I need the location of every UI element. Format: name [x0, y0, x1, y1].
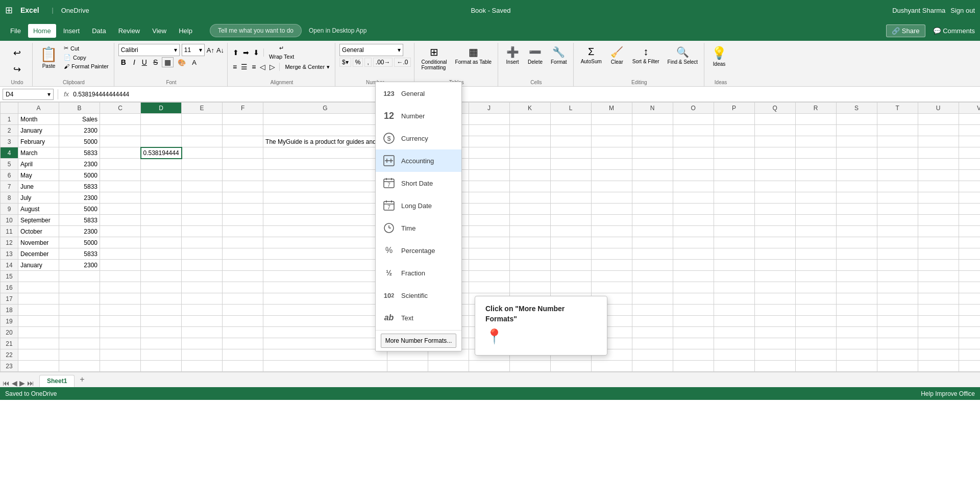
cell-q22[interactable] [754, 349, 795, 361]
row-header-3[interactable]: 3 [1, 136, 18, 147]
cell-n1[interactable] [632, 114, 673, 125]
cell-d17[interactable] [141, 293, 182, 305]
cell-g16[interactable] [263, 282, 387, 293]
cell-e22[interactable] [182, 349, 223, 361]
cell-j11[interactable] [469, 226, 509, 237]
cell-u22[interactable] [918, 349, 959, 361]
cell-b6[interactable]: 5000 [59, 170, 100, 181]
cell-g6[interactable] [263, 170, 387, 181]
cell-v12[interactable] [959, 237, 980, 248]
cell-t4[interactable] [877, 147, 918, 159]
cell-n3[interactable] [632, 136, 673, 147]
more-formats-button[interactable]: More Number Formats... [381, 334, 456, 348]
autosum-button[interactable]: Σ AutoSum [578, 44, 605, 66]
cell-q16[interactable] [754, 282, 795, 293]
col-header-p[interactable]: P [714, 103, 754, 114]
menu-view[interactable]: View [147, 24, 172, 38]
cell-n14[interactable] [632, 260, 673, 271]
cell-v9[interactable] [959, 204, 980, 215]
cell-f3[interactable] [223, 136, 263, 147]
cell-m7[interactable] [591, 181, 632, 192]
cell-b14[interactable]: 2300 [59, 260, 100, 271]
cell-v19[interactable] [959, 316, 980, 327]
cell-m4[interactable] [591, 147, 632, 159]
cell-c23[interactable] [100, 361, 141, 372]
cell-o12[interactable] [673, 237, 714, 248]
cell-l11[interactable] [550, 226, 591, 237]
cell-u9[interactable] [918, 204, 959, 215]
cell-e2[interactable] [182, 125, 223, 136]
cell-f18[interactable] [223, 305, 263, 316]
cell-e8[interactable] [182, 192, 223, 204]
cell-t10[interactable] [877, 215, 918, 226]
cell-p20[interactable] [714, 327, 754, 338]
insert-button[interactable]: ➕ Insert [502, 44, 523, 67]
cell-p5[interactable] [714, 159, 754, 170]
cell-e23[interactable] [182, 361, 223, 372]
cell-a15[interactable] [18, 271, 59, 282]
cell-c13[interactable] [100, 248, 141, 260]
clear-button[interactable]: 🧹 Clear [607, 44, 627, 67]
cell-k6[interactable] [509, 170, 550, 181]
row-header-2[interactable]: 2 [1, 125, 18, 136]
row-header-18[interactable]: 18 [1, 305, 18, 316]
cell-e1[interactable] [182, 114, 223, 125]
cell-p23[interactable] [714, 361, 754, 372]
cell-o8[interactable] [673, 192, 714, 204]
cell-p8[interactable] [714, 192, 754, 204]
align-middle-button[interactable]: ➡ [242, 47, 250, 58]
cell-s2[interactable] [836, 125, 877, 136]
cell-o2[interactable] [673, 125, 714, 136]
cell-j5[interactable] [469, 159, 509, 170]
cell-p11[interactable] [714, 226, 754, 237]
cell-k11[interactable] [509, 226, 550, 237]
menu-insert[interactable]: Insert [58, 24, 85, 38]
cell-k12[interactable] [509, 237, 550, 248]
font-color-button[interactable]: A [190, 58, 199, 67]
cell-p10[interactable] [714, 215, 754, 226]
sheet-nav-prev[interactable]: ◀ [12, 379, 17, 387]
cell-k5[interactable] [509, 159, 550, 170]
cell-v4[interactable] [959, 147, 980, 159]
cell-r17[interactable] [795, 293, 836, 305]
add-sheet-button[interactable]: + [76, 373, 88, 386]
cell-k2[interactable] [509, 125, 550, 136]
cell-d5[interactable] [141, 159, 182, 170]
cell-b2[interactable]: 2300 [59, 125, 100, 136]
col-header-n[interactable]: N [632, 103, 673, 114]
cell-f12[interactable] [223, 237, 263, 248]
decrease-decimal-button[interactable]: ←.0 [394, 58, 410, 67]
cell-q9[interactable] [754, 204, 795, 215]
cell-c4[interactable] [100, 147, 141, 159]
cell-p21[interactable] [714, 338, 754, 349]
col-header-f[interactable]: F [223, 103, 263, 114]
row-header-23[interactable]: 23 [1, 361, 18, 372]
cell-u8[interactable] [918, 192, 959, 204]
cell-m5[interactable] [591, 159, 632, 170]
row-header-4[interactable]: 4 [1, 147, 18, 159]
cell-p17[interactable] [714, 293, 754, 305]
cell-q10[interactable] [754, 215, 795, 226]
cell-r19[interactable] [795, 316, 836, 327]
cell-m15[interactable] [591, 271, 632, 282]
cell-n19[interactable] [632, 316, 673, 327]
cell-s23[interactable] [836, 361, 877, 372]
col-header-t[interactable]: T [877, 103, 918, 114]
cell-j6[interactable] [469, 170, 509, 181]
cell-a23[interactable] [18, 361, 59, 372]
cell-f4[interactable] [223, 147, 263, 159]
cell-s19[interactable] [836, 316, 877, 327]
cell-o9[interactable] [673, 204, 714, 215]
cell-f19[interactable] [223, 316, 263, 327]
cell-f20[interactable] [223, 327, 263, 338]
cell-c8[interactable] [100, 192, 141, 204]
cell-j16[interactable] [469, 282, 509, 293]
cell-a11[interactable]: October [18, 226, 59, 237]
cell-b12[interactable]: 5000 [59, 237, 100, 248]
row-header-6[interactable]: 6 [1, 170, 18, 181]
col-header-q[interactable]: Q [754, 103, 795, 114]
underline-button[interactable]: U [140, 58, 149, 67]
cell-l23[interactable] [550, 361, 591, 372]
cell-d18[interactable] [141, 305, 182, 316]
tell-me-input[interactable]: Tell me what you want to do [210, 24, 302, 37]
